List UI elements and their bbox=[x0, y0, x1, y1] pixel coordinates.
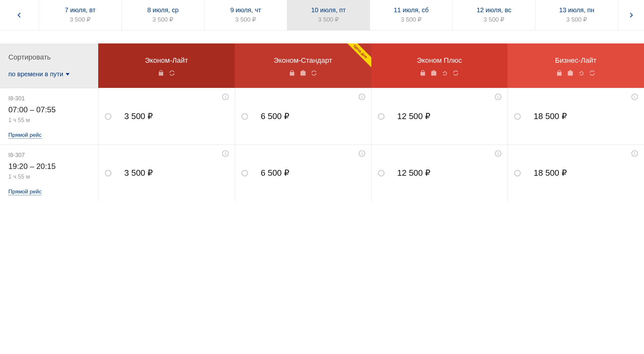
flight-duration: 1 ч 55 м bbox=[8, 173, 90, 180]
info-icon[interactable] bbox=[358, 150, 365, 158]
fare-class-name: Бизнес-Лайт bbox=[511, 56, 641, 65]
fare-feature-icons bbox=[374, 69, 505, 77]
price-cell[interactable]: 6 500 ₽ bbox=[235, 145, 371, 201]
fare-feature-icons bbox=[511, 69, 641, 77]
date-next-button[interactable] bbox=[618, 0, 644, 30]
sort-title: Сортировать bbox=[8, 53, 90, 61]
date-label: 8 июля, ср bbox=[122, 6, 204, 14]
price-radio[interactable] bbox=[242, 170, 248, 176]
bag-icon bbox=[288, 69, 296, 77]
flight-info: I8-301 07:00 – 07:55 1 ч 55 м Прямой рей… bbox=[0, 88, 98, 144]
luggage-icon bbox=[299, 69, 307, 77]
date-cell[interactable]: 7 июля, вт 3 500 ₽ bbox=[39, 0, 121, 30]
return-icon bbox=[441, 69, 449, 77]
flight-time: 07:00 – 07:55 bbox=[8, 105, 90, 114]
info-icon[interactable] bbox=[631, 150, 638, 158]
price-value: 3 500 ₽ bbox=[124, 168, 153, 178]
flights-list: I8-301 07:00 – 07:55 1 ч 55 м Прямой рей… bbox=[0, 88, 644, 201]
date-cell[interactable]: 13 июля, пн 3 500 ₽ bbox=[535, 0, 618, 30]
fare-class-header: Эконом-Лайт bbox=[98, 43, 235, 88]
date-prev-button[interactable] bbox=[0, 0, 39, 30]
chevron-right-icon bbox=[628, 11, 634, 20]
fare-class-header: Цена дня Эконом-Стандарт bbox=[235, 43, 371, 88]
date-cell[interactable]: 8 июля, ср 3 500 ₽ bbox=[121, 0, 204, 30]
caret-down-icon bbox=[66, 73, 70, 76]
bag-icon bbox=[555, 69, 563, 77]
flight-direct-link[interactable]: Прямой рейс bbox=[8, 132, 42, 139]
flight-row: I8-307 19:20 – 20:15 1 ч 55 м Прямой рей… bbox=[0, 144, 644, 201]
price-value: 18 500 ₽ bbox=[534, 168, 567, 178]
info-icon[interactable] bbox=[222, 150, 229, 158]
date-label: 9 июля, чт bbox=[204, 6, 287, 14]
fare-header-row: Сортировать по времени в пути Эконом-Лай… bbox=[0, 43, 644, 88]
date-label: 11 июля, сб bbox=[370, 6, 452, 14]
luggage-icon bbox=[430, 69, 438, 77]
date-label: 7 июля, вт bbox=[39, 6, 121, 14]
date-label: 13 июля, пн bbox=[535, 6, 618, 14]
date-label: 10 июля, пт bbox=[287, 6, 370, 14]
flight-info: I8-307 19:20 – 20:15 1 ч 55 м Прямой рей… bbox=[0, 145, 98, 201]
price-value: 6 500 ₽ bbox=[261, 111, 289, 121]
price-cell[interactable]: 12 500 ₽ bbox=[371, 88, 508, 144]
price-cell[interactable]: 3 500 ₽ bbox=[98, 88, 235, 144]
return-icon bbox=[577, 69, 585, 77]
price-radio[interactable] bbox=[378, 113, 384, 120]
bag-icon bbox=[419, 69, 427, 77]
date-cell[interactable]: 10 июля, пт 3 500 ₽ bbox=[287, 0, 370, 30]
info-icon[interactable] bbox=[495, 93, 502, 102]
info-icon[interactable] bbox=[358, 93, 365, 102]
fare-feature-icons bbox=[238, 69, 368, 77]
sort-value-label: по времени в пути bbox=[8, 70, 63, 78]
price-value: 6 500 ₽ bbox=[261, 168, 289, 178]
info-icon[interactable] bbox=[495, 150, 502, 158]
info-icon[interactable] bbox=[631, 93, 638, 102]
price-radio[interactable] bbox=[514, 170, 521, 176]
fare-class-name: Эконом-Лайт bbox=[101, 56, 232, 65]
fare-class-header: Бизнес-Лайт bbox=[507, 43, 644, 88]
price-cell[interactable]: 3 500 ₽ bbox=[98, 145, 235, 201]
fare-class-name: Эконом Плюс bbox=[374, 56, 505, 65]
fare-class-name: Эконом-Стандарт bbox=[238, 56, 368, 65]
date-cell[interactable]: 9 июля, чт 3 500 ₽ bbox=[204, 0, 287, 30]
price-cell[interactable]: 18 500 ₽ bbox=[507, 88, 644, 144]
date-price: 3 500 ₽ bbox=[39, 16, 121, 23]
price-value: 3 500 ₽ bbox=[124, 111, 153, 121]
price-radio[interactable] bbox=[514, 113, 521, 120]
price-cell[interactable]: 18 500 ₽ bbox=[507, 145, 644, 201]
refresh-icon bbox=[452, 69, 459, 77]
price-radio[interactable] bbox=[242, 113, 248, 120]
price-cell[interactable]: 6 500 ₽ bbox=[235, 88, 371, 144]
info-icon[interactable] bbox=[222, 93, 229, 102]
sort-dropdown[interactable]: по времени в пути bbox=[8, 70, 70, 78]
date-price: 3 500 ₽ bbox=[287, 16, 370, 23]
price-cell[interactable]: 12 500 ₽ bbox=[371, 145, 508, 201]
price-value: 12 500 ₽ bbox=[397, 168, 431, 178]
price-radio[interactable] bbox=[378, 170, 384, 176]
flight-number: I8-301 bbox=[8, 95, 90, 102]
flight-direct-link[interactable]: Прямой рейс bbox=[8, 189, 42, 195]
bag-icon bbox=[157, 69, 165, 77]
flight-time: 19:20 – 20:15 bbox=[8, 162, 90, 171]
fare-feature-icons bbox=[101, 69, 232, 77]
date-cell[interactable]: 11 июля, сб 3 500 ₽ bbox=[370, 0, 452, 30]
date-price: 3 500 ₽ bbox=[122, 16, 204, 23]
flight-row: I8-301 07:00 – 07:55 1 ч 55 м Прямой рей… bbox=[0, 88, 644, 144]
sort-panel: Сортировать по времени в пути bbox=[0, 43, 98, 88]
date-price: 3 500 ₽ bbox=[535, 16, 618, 23]
luggage-icon bbox=[566, 69, 574, 77]
refresh-icon bbox=[588, 69, 596, 77]
price-value: 12 500 ₽ bbox=[397, 111, 431, 121]
refresh-icon bbox=[168, 69, 176, 77]
refresh-icon bbox=[310, 69, 318, 77]
chevron-left-icon bbox=[16, 11, 22, 20]
flight-duration: 1 ч 55 м bbox=[8, 117, 90, 124]
price-value: 18 500 ₽ bbox=[534, 111, 567, 121]
fare-class-header: Эконом Плюс bbox=[371, 43, 508, 88]
price-radio[interactable] bbox=[105, 113, 111, 120]
date-price: 3 500 ₽ bbox=[453, 16, 535, 23]
date-cell[interactable]: 12 июля, вс 3 500 ₽ bbox=[452, 0, 535, 30]
date-price: 3 500 ₽ bbox=[204, 16, 287, 23]
date-label: 12 июля, вс bbox=[453, 6, 535, 14]
flight-number: I8-307 bbox=[8, 152, 90, 159]
price-radio[interactable] bbox=[105, 170, 111, 176]
